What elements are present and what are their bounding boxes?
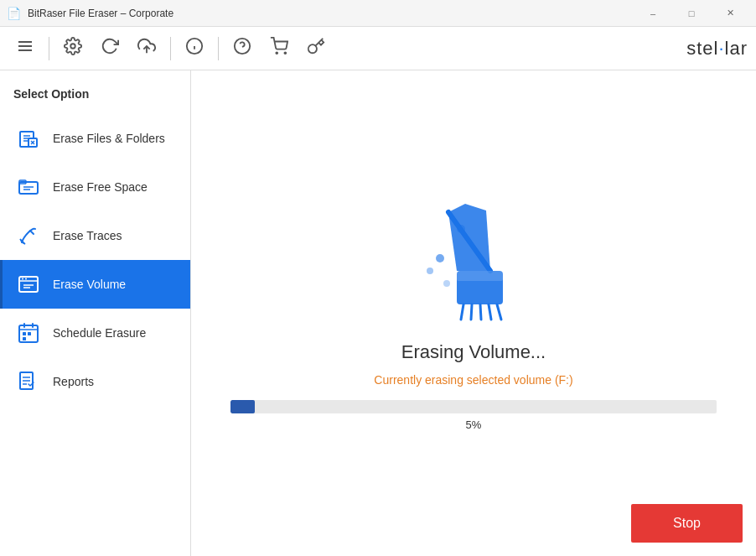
- key-button[interactable]: [299, 32, 333, 65]
- svg-line-45: [489, 304, 491, 320]
- info-icon: [185, 37, 204, 60]
- reports-icon: [16, 369, 41, 394]
- stellar-logo: stel·lar: [686, 38, 748, 60]
- sidebar-item-erase-volume[interactable]: Erase Volume: [0, 260, 190, 309]
- info-button[interactable]: [178, 32, 211, 65]
- sidebar-item-label: Erase Traces: [53, 229, 122, 242]
- stop-button[interactable]: Stop: [631, 504, 743, 543]
- erase-volume-icon: [16, 272, 41, 297]
- svg-point-10: [276, 52, 277, 54]
- app-icon: 📄: [7, 7, 21, 20]
- sidebar-item-erase-free-space[interactable]: Erase Free Space: [0, 163, 190, 211]
- svg-point-3: [70, 44, 75, 49]
- maximize-button[interactable]: □: [672, 0, 711, 27]
- cart-icon: [270, 37, 288, 60]
- svg-point-49: [427, 268, 433, 274]
- content-area: Erasing Volume... Currently erasing sele…: [191, 70, 756, 556]
- sidebar-item-erase-traces[interactable]: Erase Traces: [0, 211, 190, 260]
- menu-button[interactable]: [8, 32, 42, 65]
- sidebar-item-reports[interactable]: Reports: [0, 357, 190, 406]
- erase-free-space-icon: [16, 174, 41, 200]
- help-button[interactable]: [225, 32, 259, 65]
- svg-line-44: [480, 304, 481, 320]
- refresh-button[interactable]: [93, 32, 127, 65]
- title-bar-left: 📄 BitRaser File Eraser – Corporate: [7, 7, 173, 20]
- toolbar-separator-1: [49, 37, 49, 60]
- erasing-icon: [415, 195, 532, 325]
- erase-files-icon: [16, 126, 41, 151]
- progress-container: 5%: [230, 400, 717, 431]
- menu-icon: [17, 38, 34, 59]
- app-title: BitRaser File Eraser – Corporate: [28, 8, 173, 19]
- title-bar: 📄 BitRaser File Eraser – Corporate – □ ✕: [0, 0, 756, 27]
- svg-line-46: [497, 304, 501, 320]
- upload-button[interactable]: [130, 32, 163, 65]
- erasing-title: Erasing Volume...: [401, 341, 546, 363]
- svg-point-50: [443, 280, 450, 287]
- erase-traces-icon: [16, 223, 41, 248]
- title-bar-controls: – □ ✕: [634, 0, 749, 27]
- svg-rect-36: [23, 337, 26, 340]
- svg-point-11: [284, 52, 286, 54]
- erasing-status: Currently erasing selected volume (F:): [374, 373, 572, 387]
- main-layout: Select Option Erase Files & Folders: [0, 70, 756, 556]
- toolbar-separator-3: [218, 37, 219, 60]
- settings-button[interactable]: [56, 32, 90, 65]
- svg-line-23: [30, 231, 34, 234]
- toolbar: stel·lar: [0, 27, 756, 70]
- svg-point-27: [25, 278, 27, 280]
- refresh-icon: [101, 37, 119, 60]
- sidebar-title: Select Option: [0, 77, 190, 114]
- progress-percent: 5%: [466, 418, 482, 431]
- help-icon: [233, 37, 251, 60]
- sidebar-item-label: Erase Free Space: [53, 180, 148, 194]
- svg-rect-35: [28, 332, 31, 335]
- sidebar: Select Option Erase Files & Folders: [0, 70, 191, 556]
- svg-point-26: [22, 278, 23, 280]
- progress-bar-fill: [230, 400, 255, 413]
- minimize-button[interactable]: –: [634, 0, 672, 27]
- sidebar-item-label: Erase Volume: [53, 278, 126, 291]
- svg-point-48: [436, 254, 444, 262]
- key-icon: [307, 37, 325, 60]
- toolbar-separator-2: [170, 37, 171, 60]
- svg-line-43: [471, 304, 472, 320]
- close-button[interactable]: ✕: [711, 0, 749, 27]
- sidebar-item-erase-files[interactable]: Erase Files & Folders: [0, 114, 190, 163]
- upload-icon: [137, 37, 156, 60]
- cart-button[interactable]: [262, 32, 296, 65]
- sidebar-item-label: Reports: [53, 375, 94, 388]
- schedule-erasure-icon: [16, 320, 41, 346]
- sidebar-item-schedule-erasure[interactable]: Schedule Erasure: [0, 309, 190, 357]
- sidebar-item-label: Erase Files & Folders: [53, 132, 165, 145]
- gear-icon: [64, 37, 82, 60]
- svg-rect-34: [23, 332, 26, 335]
- progress-bar-wrapper: [230, 400, 717, 413]
- svg-line-42: [461, 304, 463, 320]
- svg-rect-53: [457, 271, 503, 281]
- toolbar-left: [8, 32, 333, 65]
- sidebar-item-label: Schedule Erasure: [53, 326, 146, 340]
